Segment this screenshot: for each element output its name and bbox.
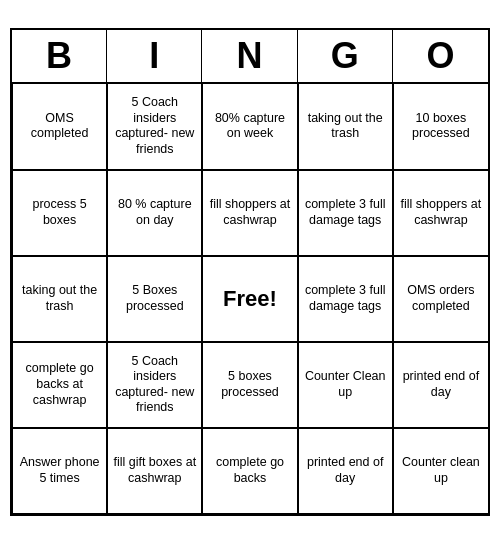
letter-i: I (107, 30, 202, 82)
bingo-cell-12[interactable]: Free! (202, 256, 297, 342)
bingo-cell-10[interactable]: taking out the trash (12, 256, 107, 342)
bingo-cell-19[interactable]: printed end of day (393, 342, 488, 428)
bingo-cell-20[interactable]: Answer phone 5 times (12, 428, 107, 514)
bingo-cell-18[interactable]: Counter Clean up (298, 342, 393, 428)
bingo-cell-2[interactable]: 80% capture on week (202, 84, 297, 170)
bingo-cell-4[interactable]: 10 boxes processed (393, 84, 488, 170)
bingo-cell-22[interactable]: complete go backs (202, 428, 297, 514)
bingo-cell-8[interactable]: complete 3 full damage tags (298, 170, 393, 256)
bingo-cell-11[interactable]: 5 Boxes processed (107, 256, 202, 342)
letter-g: G (298, 30, 393, 82)
bingo-cell-15[interactable]: complete go backs at cashwrap (12, 342, 107, 428)
bingo-cell-24[interactable]: Counter clean up (393, 428, 488, 514)
bingo-cell-7[interactable]: fill shoppers at cashwrap (202, 170, 297, 256)
bingo-cell-6[interactable]: 80 % capture on day (107, 170, 202, 256)
bingo-cell-21[interactable]: fill gift boxes at cashwrap (107, 428, 202, 514)
bingo-cell-23[interactable]: printed end of day (298, 428, 393, 514)
letter-b: B (12, 30, 107, 82)
letter-n: N (202, 30, 297, 82)
bingo-cell-16[interactable]: 5 Coach insiders captured- new friends (107, 342, 202, 428)
bingo-grid: OMS completed5 Coach insiders captured- … (12, 84, 488, 514)
bingo-cell-0[interactable]: OMS completed (12, 84, 107, 170)
bingo-cell-13[interactable]: complete 3 full damage tags (298, 256, 393, 342)
bingo-cell-3[interactable]: taking out the trash (298, 84, 393, 170)
bingo-cell-5[interactable]: process 5 boxes (12, 170, 107, 256)
letter-o: O (393, 30, 488, 82)
bingo-cell-17[interactable]: 5 boxes processed (202, 342, 297, 428)
bingo-card: B I N G O OMS completed5 Coach insiders … (10, 28, 490, 516)
bingo-cell-9[interactable]: fill shoppers at cashwrap (393, 170, 488, 256)
bingo-header: B I N G O (12, 30, 488, 84)
bingo-cell-14[interactable]: OMS orders completed (393, 256, 488, 342)
bingo-cell-1[interactable]: 5 Coach insiders captured- new friends (107, 84, 202, 170)
